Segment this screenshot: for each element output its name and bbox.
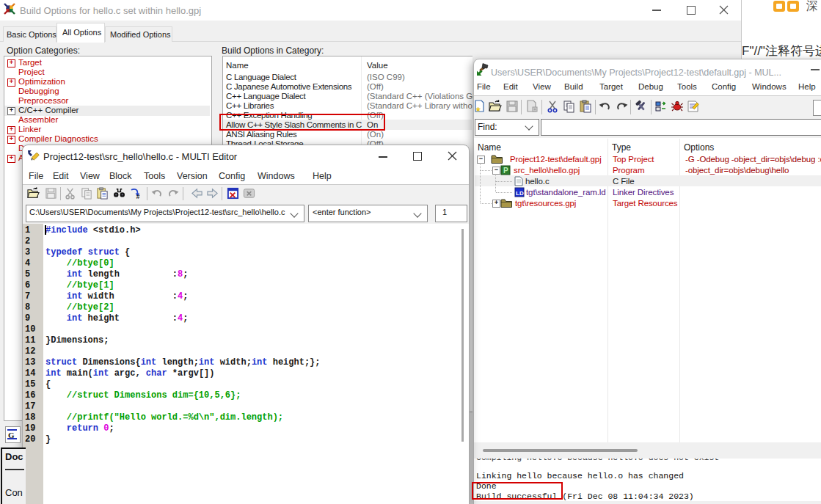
svg-text:#: # xyxy=(136,194,140,200)
svg-text:LD: LD xyxy=(516,190,524,197)
svg-text:P: P xyxy=(503,167,508,175)
